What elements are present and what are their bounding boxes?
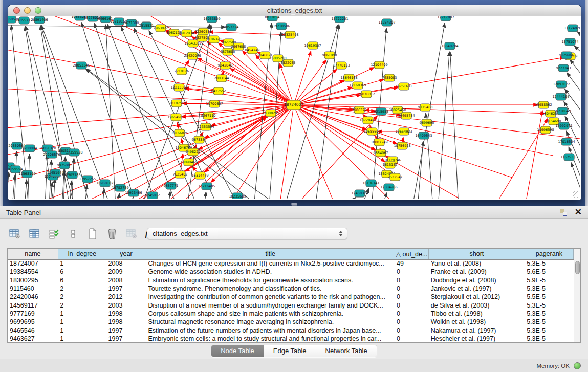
graph-node[interactable]: 9215953 xyxy=(374,108,389,115)
graph-node[interactable]: 17334266 xyxy=(380,184,397,191)
graph-node[interactable]: 18646168 xyxy=(340,74,357,81)
graph-node[interactable]: 8454749 xyxy=(245,47,260,54)
graph-node[interactable]: 1615152 xyxy=(383,161,398,168)
table-row[interactable]: 2242004622012Investigating the contribut… xyxy=(8,293,574,301)
column-header-short[interactable]: short xyxy=(429,249,525,259)
graph-node[interactable]: 8522035 xyxy=(281,59,296,67)
scrollbar-thumb[interactable] xyxy=(575,261,580,274)
graph-node[interactable]: 17778153 xyxy=(333,62,350,69)
graph-node[interactable]: 23420046 xyxy=(184,52,201,59)
graph-node[interactable]: 9657771 xyxy=(164,182,179,189)
graph-node[interactable]: 16648784 xyxy=(441,42,458,50)
graph-node[interactable]: 2967608 xyxy=(231,43,246,50)
graph-node[interactable]: 9678334 xyxy=(192,136,207,143)
graph-node[interactable]: 7963822 xyxy=(154,25,168,32)
graph-node[interactable]: 2522547 xyxy=(388,173,403,181)
graph-node[interactable]: 11700687 xyxy=(206,100,223,107)
graph-node[interactable]: 9861998 xyxy=(322,52,337,59)
graph-node[interactable]: 7515521 xyxy=(139,22,154,29)
graph-node[interactable]: 12160369 xyxy=(349,82,366,89)
graph-node[interactable]: 8912934 xyxy=(180,30,194,37)
graph-node[interactable]: 11675333 xyxy=(560,154,577,161)
graph-node[interactable]: 15751074 xyxy=(561,38,578,46)
graph-node[interactable]: 9227343 xyxy=(556,64,571,72)
table-row[interactable]: 946554611997Estimation of the future num… xyxy=(8,326,574,334)
graph-node[interactable]: 7857224 xyxy=(224,24,239,31)
row-select-icon[interactable] xyxy=(46,227,61,241)
delete-table-icon[interactable] xyxy=(124,227,139,241)
table-row[interactable]: 1830029562008Estimation of significance … xyxy=(8,276,574,285)
table-row[interactable]: 969969511998Structural magnetic resonanc… xyxy=(8,318,574,326)
graph-node[interactable]: 19619307 xyxy=(304,42,321,49)
graph-node[interactable]: 12923466 xyxy=(125,189,142,196)
window-titlebar[interactable]: citations_edges.txt xyxy=(8,5,581,16)
graph-node[interactable]: 19654923 xyxy=(395,128,412,135)
table-row[interactable]: 1938455462009Genome-wide association stu… xyxy=(8,268,574,276)
graph-node[interactable]: 12505185 xyxy=(63,171,80,179)
graph-node[interactable]: 12093872 xyxy=(553,81,570,88)
graph-node[interactable]: 16053809 xyxy=(203,16,220,23)
graph-node[interactable]: 20891406 xyxy=(31,16,48,24)
column-header-in_degree[interactable]: in_degree xyxy=(58,249,106,259)
graph-node[interactable]: 9288094 xyxy=(23,145,37,152)
graph-node[interactable]: 2803144 xyxy=(214,75,229,82)
graph-node[interactable]: 9129966 xyxy=(559,52,574,59)
graph-node[interactable]: 9699695 xyxy=(420,119,434,126)
column-header-title[interactable]: title xyxy=(146,249,395,259)
column-header-pagerank[interactable]: pagerank xyxy=(525,249,573,259)
table-vertical-scrollbar[interactable] xyxy=(574,249,580,342)
graph-node[interactable]: 8186328 xyxy=(207,36,222,43)
graph-node[interactable]: 19218506 xyxy=(273,23,290,30)
graph-node[interactable]: 9671388 xyxy=(124,19,139,27)
network-canvas-container[interactable]: 1872400779638228960128891293422260538982… xyxy=(8,16,581,199)
graph-node[interactable]: 18720407 xyxy=(359,117,376,124)
panel-splitter-handle[interactable] xyxy=(291,203,297,206)
graph-node[interactable]: 11254307 xyxy=(378,19,395,26)
column-select-icon[interactable] xyxy=(27,227,42,241)
close-panel-icon[interactable]: ✕ xyxy=(575,208,582,216)
memory-status-indicator[interactable] xyxy=(574,362,581,369)
graph-node[interactable]: 8427552 xyxy=(211,87,226,95)
rows-icon[interactable] xyxy=(66,227,81,241)
graph-node[interactable]: 16409543 xyxy=(415,132,432,139)
tab-node-table[interactable]: Node Table xyxy=(211,345,264,357)
new-table-icon[interactable] xyxy=(85,227,100,241)
graph-node[interactable]: 7485083 xyxy=(382,74,397,81)
table-row[interactable]: 911546021997Tourette syndrome. Phenomeno… xyxy=(8,285,574,293)
graph-node[interactable]: 10958107 xyxy=(96,180,113,187)
graph-node[interactable]: 9884067 xyxy=(374,149,388,157)
graph-node[interactable]: 18751631 xyxy=(395,83,412,90)
graph-node[interactable]: 2718126 xyxy=(175,68,189,75)
graph-node[interactable]: 18235689 xyxy=(229,193,246,199)
column-header-year[interactable]: year xyxy=(106,249,146,259)
graph-node[interactable]: 15722201 xyxy=(331,16,348,23)
tab-edge-table[interactable]: Edge Table xyxy=(264,345,316,357)
table-row[interactable]: 1872400712008Changes of HCN gene express… xyxy=(8,259,574,268)
table-source-combobox[interactable]: citations_edges.txt xyxy=(147,228,347,239)
graph-node[interactable]: 18807249 xyxy=(371,139,387,146)
table-row[interactable]: 946362711997Embryonic stem cells: a mode… xyxy=(8,335,574,343)
graph-node[interactable]: 7986372 xyxy=(352,106,367,114)
graph-node[interactable]: 9498222 xyxy=(186,148,201,156)
table-row[interactable]: 977716911998Corpus callosum shape and si… xyxy=(8,310,574,318)
graph-node[interactable]: 12217897 xyxy=(437,16,454,21)
graph-node[interactable]: 9975887 xyxy=(57,162,72,169)
graph-node[interactable]: 9242848 xyxy=(218,62,233,69)
graph-hub-node[interactable]: 18724007 xyxy=(284,100,303,110)
graph-node[interactable]: 16314479 xyxy=(191,172,208,179)
graph-node[interactable]: 11124020 xyxy=(564,25,580,32)
graph-node[interactable]: 8813054 xyxy=(265,16,280,21)
graph-node[interactable]: 9875685 xyxy=(221,48,235,55)
column-header-out_de[interactable]: △ out_de... xyxy=(395,249,429,259)
graph-node[interactable]: 7625402 xyxy=(173,171,188,178)
graph-node[interactable]: 17016504 xyxy=(558,138,575,145)
column-header-name[interactable]: name xyxy=(8,249,58,259)
graph-node[interactable]: 19166825 xyxy=(171,129,188,137)
graph-node[interactable]: 12353594 xyxy=(197,123,214,130)
graph-node[interactable]: 12325498 xyxy=(281,31,298,38)
graph-node[interactable]: 15716485 xyxy=(198,183,215,190)
graph-node[interactable]: 9245012 xyxy=(145,192,160,199)
window-resize-grip[interactable] xyxy=(573,191,580,198)
table-row[interactable]: 1456911722003Disruption of a novel membe… xyxy=(8,301,574,309)
delete-rows-icon[interactable] xyxy=(104,227,120,241)
